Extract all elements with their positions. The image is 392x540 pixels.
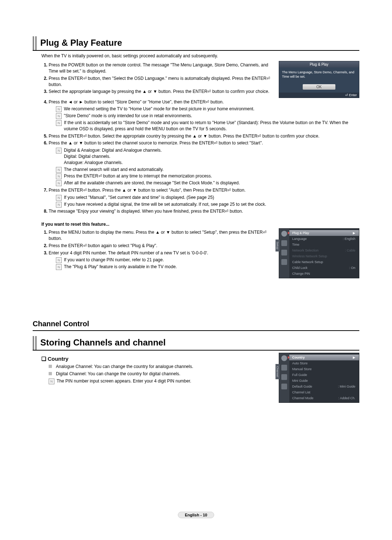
page-footer: English - 10 [0,512,392,518]
plug-play-dialog: Plug & Play The Menu Language, Store Dem… [279,61,359,98]
menu-language[interactable]: Language : English [289,236,359,242]
country-list: Analogue Channel: You can change the cou… [49,364,274,377]
country-analogue: Analogue Channel: You can change the cou… [49,364,274,370]
step-6-note-3: Press the ENTER⏎ button at any time to i… [56,173,359,179]
setup-vlabel: Setup [275,240,279,251]
step-4-note-3: If the unit is accidentally set to "Stor… [56,120,359,132]
step-4: Press the ◄ or ► button to select "Store… [49,99,359,132]
menu-country[interactable]: Country▶ [289,355,359,360]
reset-heading: If you want to reset this feature... [41,222,359,227]
menu-mini-guide[interactable]: Mini Guide [289,378,359,384]
step-7-note-2: If you have received a digital signal, t… [56,201,359,208]
step-6-note-4: After all the available channels are sto… [56,180,359,186]
steps-list-cont: Press the ◄ or ► button to select "Store… [41,99,359,215]
country-digital: Digital Channel: You can change the coun… [49,371,274,377]
step-6: Press the ▲ or ▼ button to select the ch… [49,140,359,186]
country-heading: Country [41,356,274,362]
step-2: Press the ENTER⏎ button, then "Select th… [49,75,274,88]
setup-osd: Setup Plug & Play▶ Language : English Ti… [279,228,359,278]
dialog-enter-hint: ⏎ Enter [279,93,359,98]
intro-text: When the TV is initially powered on, bas… [41,53,359,59]
section-title-plug-play: Plug & Play Feature [33,36,359,51]
menu-cable-setup[interactable]: Cable Network Setup [289,259,359,265]
menu-plug-play[interactable]: Plug & Play▶ [289,230,359,236]
step-4-note-2: "Store Demo" mode is only intended for u… [56,113,359,119]
step-5: Press the ENTER⏎ button. Select the appr… [49,133,359,139]
reset-2: Press the ENTER⏎ button again to select … [49,243,274,249]
steps-list: Press the POWER button on the remote con… [41,62,274,95]
menu-network-selection: Network Selection : Cable [289,248,359,253]
reset-1: Press the MENU button to display the men… [49,229,274,242]
dialog-ok-button[interactable]: OK [303,84,335,90]
channel-osd: Channel Country▶ Auto Store Manual Store… [279,353,359,403]
menu-manual-store[interactable]: Manual Store [289,366,359,372]
step-6-text: Press the ▲ or ▼ button to select the ch… [49,140,263,146]
menu-time[interactable]: Time [289,242,359,248]
step-6-note-2: The channel search will start and end au… [56,167,359,173]
gear-icon[interactable] [281,240,287,246]
menu-wireless-setup: Wireless Network Setup [289,253,359,259]
step-3: Select the appropriate language by press… [49,89,274,95]
reset-3-text: Enter your 4 digit PIN number. The defau… [49,250,208,255]
menu-channel-list[interactable]: Channel List [289,389,359,395]
sound-icon[interactable] [281,250,287,255]
input-icon[interactable] [281,384,287,389]
heading-storing: Storing Channels and channel [40,336,166,350]
section-title-storing: Storing Channels and channel [33,336,359,351]
dialog-message: The Menu Language, Store Demo, Channels,… [279,68,359,82]
footer-label: English - 10 [178,512,214,518]
dialog-title: Plug & Play [279,61,359,68]
menu-default-guide[interactable]: Default Guide : Mini Guide [289,384,359,389]
search-icon[interactable] [281,355,287,361]
menu-full-guide[interactable]: Full Guide [289,372,359,378]
step-8: The message "Enjoy your viewing" is disp… [49,208,359,214]
heading-channel-control: Channel Control [33,318,89,330]
country-note-pin: The PIN number input screen appears. Ent… [49,378,274,384]
step-1: Press the POWER button on the remote con… [49,62,274,74]
menu-change-pin[interactable]: Change PIN [289,271,359,277]
step-7: Press the ENTER⏎ button. Press the ▲ or … [49,187,359,207]
step-7-note-1: If you select "Manual", "Set current dat… [56,195,359,201]
picture-icon[interactable] [281,231,287,237]
channel-vlabel: Channel [275,364,279,379]
input-icon[interactable] [281,259,287,265]
sound-icon[interactable] [281,374,287,380]
step-6-note-1: Digital & Analogue: Digital and Analogue… [56,147,359,165]
reset-3-note-1: If you want to change PIN number, refer … [56,257,274,263]
menu-child-lock[interactable]: Child Lock : On [289,265,359,271]
reset-3-note-2: The "Plug & Play" feature is only availa… [56,264,274,270]
menu-channel-mode[interactable]: Channel Mode : Added Ch. [289,395,359,401]
menu-auto-store[interactable]: Auto Store [289,360,359,366]
reset-3: Enter your 4 digit PIN number. The defau… [49,250,274,270]
heading-plug-play: Plug & Play Feature [40,36,122,50]
step-7-text: Press the ENTER⏎ button. Press the ▲ or … [49,188,246,193]
gear-icon[interactable] [281,365,287,371]
step-4-text: Press the ◄ or ► button to select "Store… [49,99,224,105]
section-title-channel-control: Channel Control [33,318,359,331]
step-4-note-1: We recommend setting the TV to "Home Use… [56,106,359,112]
reset-steps: Press the MENU button to display the men… [41,229,274,270]
